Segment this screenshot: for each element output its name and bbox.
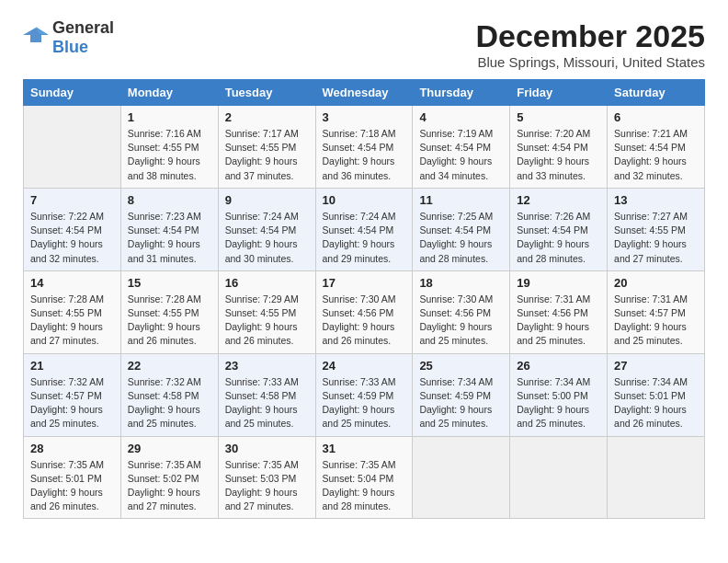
calendar-title: December 2025: [475, 18, 705, 54]
date-number: 23: [225, 359, 309, 373]
svg-marker-0: [23, 28, 49, 42]
header-day-wednesday: Wednesday: [315, 80, 413, 106]
calendar-cell: 21Sunrise: 7:32 AMSunset: 4:57 PMDayligh…: [24, 353, 121, 436]
date-number: 7: [30, 193, 114, 207]
cell-info: Sunrise: 7:34 AMSunset: 4:59 PMDaylight:…: [419, 375, 503, 431]
cell-info: Sunrise: 7:34 AMSunset: 5:01 PMDaylight:…: [614, 375, 698, 431]
cell-info: Sunrise: 7:18 AMSunset: 4:54 PMDaylight:…: [323, 127, 406, 183]
cell-info: Sunrise: 7:35 AMSunset: 5:01 PMDaylight:…: [30, 458, 114, 514]
cell-info: Sunrise: 7:25 AMSunset: 4:54 PMDaylight:…: [419, 210, 503, 266]
cell-info: Sunrise: 7:35 AMSunset: 5:02 PMDaylight:…: [128, 458, 211, 514]
cell-info: Sunrise: 7:26 AMSunset: 4:54 PMDaylight:…: [517, 210, 600, 266]
calendar-cell: 11Sunrise: 7:25 AMSunset: 4:54 PMDayligh…: [413, 188, 510, 270]
calendar-cell: 8Sunrise: 7:23 AMSunset: 4:54 PMDaylight…: [120, 188, 218, 270]
date-number: 2: [225, 110, 309, 124]
calendar-cell: 14Sunrise: 7:28 AMSunset: 4:55 PMDayligh…: [24, 270, 121, 353]
cell-info: Sunrise: 7:32 AMSunset: 4:58 PMDaylight:…: [128, 375, 211, 431]
cell-info: Sunrise: 7:35 AMSunset: 5:04 PMDaylight:…: [323, 458, 406, 514]
title-area: December 2025 Blue Springs, Missouri, Un…: [475, 18, 705, 70]
date-number: 21: [30, 359, 114, 373]
calendar-table: SundayMondayTuesdayWednesdayThursdayFrid…: [23, 79, 705, 519]
logo: General Blue: [23, 18, 114, 57]
calendar-cell: 4Sunrise: 7:19 AMSunset: 4:54 PMDaylight…: [413, 106, 510, 189]
cell-info: Sunrise: 7:32 AMSunset: 4:57 PMDaylight:…: [30, 375, 114, 431]
date-number: 30: [225, 442, 309, 455]
date-number: 25: [419, 359, 503, 373]
calendar-cell: 24Sunrise: 7:33 AMSunset: 4:59 PMDayligh…: [315, 353, 413, 436]
calendar-body: 1Sunrise: 7:16 AMSunset: 4:55 PMDaylight…: [24, 106, 705, 519]
calendar-cell: 25Sunrise: 7:34 AMSunset: 4:59 PMDayligh…: [413, 353, 510, 436]
cell-info: Sunrise: 7:34 AMSunset: 5:00 PMDaylight:…: [517, 375, 600, 431]
date-number: 27: [614, 359, 698, 373]
logo-icon: [23, 26, 49, 50]
cell-info: Sunrise: 7:30 AMSunset: 4:56 PMDaylight:…: [323, 293, 406, 349]
calendar-cell: 10Sunrise: 7:24 AMSunset: 4:54 PMDayligh…: [315, 188, 413, 270]
date-number: 28: [30, 442, 114, 455]
calendar-week-3: 14Sunrise: 7:28 AMSunset: 4:55 PMDayligh…: [24, 270, 705, 353]
calendar-week-2: 7Sunrise: 7:22 AMSunset: 4:54 PMDaylight…: [24, 188, 705, 270]
header-day-tuesday: Tuesday: [218, 80, 315, 106]
cell-info: Sunrise: 7:19 AMSunset: 4:54 PMDaylight:…: [419, 127, 503, 183]
calendar-cell: 12Sunrise: 7:26 AMSunset: 4:54 PMDayligh…: [510, 188, 608, 270]
calendar-cell: 17Sunrise: 7:30 AMSunset: 4:56 PMDayligh…: [315, 270, 413, 353]
cell-info: Sunrise: 7:16 AMSunset: 4:55 PMDaylight:…: [128, 127, 211, 183]
calendar-cell: 23Sunrise: 7:33 AMSunset: 4:58 PMDayligh…: [218, 353, 315, 436]
date-number: 3: [323, 110, 406, 124]
calendar-cell: 27Sunrise: 7:34 AMSunset: 5:01 PMDayligh…: [608, 353, 705, 436]
header-day-thursday: Thursday: [413, 80, 510, 106]
calendar-cell: 31Sunrise: 7:35 AMSunset: 5:04 PMDayligh…: [315, 436, 413, 519]
date-number: 19: [517, 276, 600, 290]
date-number: 11: [419, 193, 503, 207]
cell-info: Sunrise: 7:23 AMSunset: 4:54 PMDaylight:…: [128, 210, 211, 266]
calendar-cell: 22Sunrise: 7:32 AMSunset: 4:58 PMDayligh…: [120, 353, 218, 436]
calendar-cell: [413, 436, 510, 519]
cell-info: Sunrise: 7:30 AMSunset: 4:56 PMDaylight:…: [419, 293, 503, 349]
date-number: 4: [419, 110, 503, 124]
header-day-sunday: Sunday: [24, 80, 121, 106]
calendar-cell: 2Sunrise: 7:17 AMSunset: 4:55 PMDaylight…: [218, 106, 315, 189]
cell-info: Sunrise: 7:27 AMSunset: 4:55 PMDaylight:…: [614, 210, 698, 266]
cell-info: Sunrise: 7:31 AMSunset: 4:57 PMDaylight:…: [614, 293, 698, 349]
cell-info: Sunrise: 7:35 AMSunset: 5:03 PMDaylight:…: [225, 458, 309, 514]
calendar-cell: [510, 436, 608, 519]
calendar-cell: 15Sunrise: 7:28 AMSunset: 4:55 PMDayligh…: [120, 270, 218, 353]
date-number: 12: [517, 193, 600, 207]
date-number: 20: [614, 276, 698, 290]
date-number: 18: [419, 276, 503, 290]
date-number: 29: [128, 442, 211, 455]
calendar-cell: 20Sunrise: 7:31 AMSunset: 4:57 PMDayligh…: [608, 270, 705, 353]
header-day-saturday: Saturday: [608, 80, 705, 106]
date-number: 16: [225, 276, 309, 290]
calendar-cell: 30Sunrise: 7:35 AMSunset: 5:03 PMDayligh…: [218, 436, 315, 519]
cell-info: Sunrise: 7:22 AMSunset: 4:54 PMDaylight:…: [30, 210, 114, 266]
date-number: 17: [323, 276, 406, 290]
date-number: 9: [225, 193, 309, 207]
cell-info: Sunrise: 7:29 AMSunset: 4:55 PMDaylight:…: [225, 293, 309, 349]
calendar-cell: 16Sunrise: 7:29 AMSunset: 4:55 PMDayligh…: [218, 270, 315, 353]
calendar-cell: 18Sunrise: 7:30 AMSunset: 4:56 PMDayligh…: [413, 270, 510, 353]
date-number: 13: [614, 193, 698, 207]
calendar-week-4: 21Sunrise: 7:32 AMSunset: 4:57 PMDayligh…: [24, 353, 705, 436]
calendar-cell: 5Sunrise: 7:20 AMSunset: 4:54 PMDaylight…: [510, 106, 608, 189]
calendar-cell: 6Sunrise: 7:21 AMSunset: 4:54 PMDaylight…: [608, 106, 705, 189]
calendar-cell: 29Sunrise: 7:35 AMSunset: 5:02 PMDayligh…: [120, 436, 218, 519]
calendar-cell: [24, 106, 121, 189]
cell-info: Sunrise: 7:24 AMSunset: 4:54 PMDaylight:…: [225, 210, 309, 266]
date-number: 6: [614, 110, 698, 124]
cell-info: Sunrise: 7:28 AMSunset: 4:55 PMDaylight:…: [128, 293, 211, 349]
cell-info: Sunrise: 7:28 AMSunset: 4:55 PMDaylight:…: [30, 293, 114, 349]
calendar-cell: 19Sunrise: 7:31 AMSunset: 4:56 PMDayligh…: [510, 270, 608, 353]
date-number: 24: [323, 359, 406, 373]
calendar-cell: 3Sunrise: 7:18 AMSunset: 4:54 PMDaylight…: [315, 106, 413, 189]
header-day-friday: Friday: [510, 80, 608, 106]
date-number: 22: [128, 359, 211, 373]
header: General Blue December 2025 Blue Springs,…: [23, 18, 705, 70]
calendar-cell: [608, 436, 705, 519]
calendar-cell: 26Sunrise: 7:34 AMSunset: 5:00 PMDayligh…: [510, 353, 608, 436]
date-number: 1: [128, 110, 211, 124]
cell-info: Sunrise: 7:20 AMSunset: 4:54 PMDaylight:…: [517, 127, 600, 183]
date-number: 10: [323, 193, 406, 207]
header-day-monday: Monday: [120, 80, 218, 106]
cell-info: Sunrise: 7:33 AMSunset: 4:58 PMDaylight:…: [225, 375, 309, 431]
date-number: 14: [30, 276, 114, 290]
